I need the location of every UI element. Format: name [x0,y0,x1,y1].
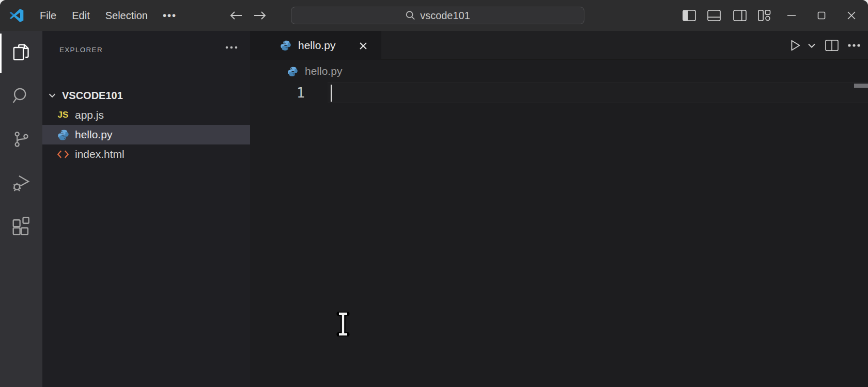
run-button-icon[interactable] [787,38,802,53]
activity-extensions[interactable] [0,204,42,248]
breadcrumb-item: hello.py [305,65,342,77]
editor-toolbar [787,31,861,60]
extensions-icon [11,216,32,236]
editor-group: hello.py [250,31,868,387]
menu-file[interactable]: File [32,7,64,25]
current-line-highlight [328,83,868,103]
overview-ruler-marker [854,84,868,88]
editor-more-actions-icon[interactable] [847,43,861,47]
html-file-icon [57,149,69,159]
tree-file-appjs[interactable]: JS app.js [42,105,250,125]
file-name: index.html [75,148,125,160]
python-file-icon [287,66,298,77]
explorer-sidebar: EXPLORER VSCODE101 JS app.js [42,31,250,387]
search-icon [11,86,32,106]
python-file-icon [280,40,291,51]
file-name: hello.py [75,128,112,141]
menu-more-icon[interactable]: ••• [156,7,184,25]
maximize-button[interactable] [810,0,833,31]
run-dropdown-chevron-icon[interactable] [807,41,816,50]
activity-explorer[interactable] [0,31,42,74]
debug-icon [11,172,32,193]
split-editor-icon[interactable] [825,39,839,52]
menu-edit[interactable]: Edit [64,7,97,25]
breadcrumb[interactable]: hello.py [250,60,868,83]
python-file-icon [57,129,69,141]
file-name: app.js [75,109,104,121]
go-forward-button[interactable] [251,8,269,23]
code-area[interactable]: 1 [250,83,868,387]
explorer-more-actions-icon[interactable] [222,42,241,53]
customize-layout-icon[interactable] [753,0,776,31]
search-icon [405,10,415,21]
tree-file-indexhtml[interactable]: index.html [42,144,250,164]
command-center-search[interactable]: vscode101 [291,7,584,24]
vscode-logo-icon [9,8,24,23]
titlebar: File Edit Selection ••• vscode101 [0,0,868,31]
file-tree: VSCODE101 JS app.js hell [42,86,250,164]
search-value: vscode101 [420,10,470,22]
tab-label: hello.py [298,39,335,52]
active-indicator [0,34,2,73]
folder-name: VSCODE101 [62,90,123,102]
menu-selection[interactable]: Selection [98,7,156,25]
activity-bar [0,31,42,387]
tab-bar: hello.py [250,31,868,60]
text-caret [331,85,332,102]
chevron-down-icon [47,90,58,101]
activity-source-control[interactable] [0,118,42,161]
toggle-primary-sidebar-icon[interactable] [678,0,701,31]
js-file-icon: JS [57,110,69,120]
activity-search[interactable] [0,74,42,118]
activity-run-debug[interactable] [0,161,42,204]
git-branch-icon [11,130,31,149]
tree-folder-vscode101[interactable]: VSCODE101 [42,86,250,105]
toggle-panel-icon[interactable] [703,0,725,31]
files-icon [11,42,32,63]
tab-close-icon[interactable] [357,39,370,53]
tab-hellopy[interactable]: hello.py [250,31,381,60]
close-button[interactable] [840,0,863,31]
tree-file-hellopy[interactable]: hello.py [42,125,250,144]
go-back-button[interactable] [227,8,245,23]
menubar: File Edit Selection ••• [32,0,184,31]
toggle-secondary-sidebar-icon[interactable] [729,0,751,31]
line-number: 1 [250,83,305,103]
explorer-title: EXPLORER [59,46,103,54]
minimize-button[interactable] [780,0,803,31]
explorer-header: EXPLORER [42,39,250,60]
vscode-window: File Edit Selection ••• vscode101 [0,0,868,387]
